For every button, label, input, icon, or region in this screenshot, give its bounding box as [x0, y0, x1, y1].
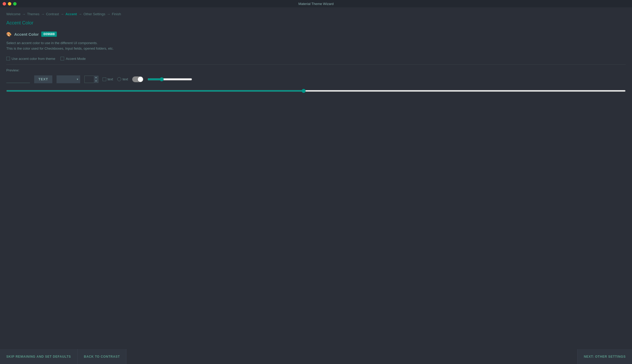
- preview-controls: TEXT 0 ▲ ▼ text text: [6, 75, 626, 83]
- accent-mode-checkbox[interactable]: [60, 57, 64, 60]
- main-slider[interactable]: [6, 90, 626, 92]
- main-slider-wrapper: [6, 89, 626, 92]
- close-button[interactable]: [3, 2, 6, 6]
- page-title: Accent Color: [6, 20, 626, 26]
- preview-radio-text: text: [123, 77, 128, 81]
- accent-mode-text: Accent Mode: [66, 57, 86, 61]
- use-accent-label[interactable]: Use accent color from theme: [6, 57, 55, 61]
- breadcrumb-contrast[interactable]: Contrast: [46, 12, 59, 16]
- preview-dropdown-wrapper: [57, 75, 80, 83]
- spinner-up[interactable]: ▲: [94, 76, 98, 79]
- accent-color-badge[interactable]: 009688: [41, 32, 57, 37]
- breadcrumb: Welcome → Themes → Contrast → Accent → O…: [6, 12, 626, 16]
- footer: SKIP REMAINING AND SET DEFAULTS BACK TO …: [0, 349, 632, 364]
- preview-mini-slider[interactable]: [147, 77, 192, 81]
- skip-button[interactable]: SKIP REMAINING AND SET DEFAULTS: [0, 349, 78, 364]
- description-line2: This is the color used for Checkboxes, I…: [6, 46, 626, 51]
- traffic-lights: [3, 2, 17, 6]
- breadcrumb-welcome[interactable]: Welcome: [6, 12, 21, 16]
- use-accent-checkbox[interactable]: [6, 57, 10, 60]
- preview-spinner: 0 ▲ ▼: [84, 76, 98, 83]
- breadcrumb-finish[interactable]: Finish: [112, 12, 121, 16]
- spinner-arrows: ▲ ▼: [94, 76, 98, 83]
- breadcrumb-accent[interactable]: Accent: [65, 12, 77, 16]
- use-accent-text: Use accent color from theme: [12, 57, 55, 61]
- maximize-button[interactable]: [13, 2, 17, 6]
- preview-radio-label[interactable]: text: [117, 77, 128, 81]
- breadcrumb-arrow-2: →: [41, 12, 44, 16]
- preview-label: Preview:: [6, 68, 626, 72]
- footer-spacer: [126, 349, 577, 364]
- breadcrumb-arrow-1: →: [22, 12, 26, 16]
- description-line1: Select an accent color to use in the dif…: [6, 40, 626, 46]
- section-divider: [6, 64, 626, 65]
- title-bar: Material Theme Wizard: [0, 0, 632, 7]
- preview-text-button[interactable]: TEXT: [34, 75, 52, 83]
- next-button[interactable]: NEXT: OTHER SETTINGS: [577, 349, 632, 364]
- accent-color-label: Accent Color: [14, 32, 39, 37]
- breadcrumb-themes[interactable]: Themes: [27, 12, 39, 16]
- preview-checkbox-text: text: [108, 77, 113, 81]
- breadcrumb-arrow-5: →: [107, 12, 110, 16]
- preview-text-input[interactable]: [6, 76, 30, 83]
- spinner-input[interactable]: 0: [85, 77, 94, 81]
- preview-checkbox-label[interactable]: text: [103, 77, 113, 81]
- accent-mode-label[interactable]: Accent Mode: [60, 57, 86, 61]
- checkboxes-row: Use accent color from theme Accent Mode: [6, 57, 626, 61]
- preview-toggle[interactable]: [132, 76, 143, 82]
- main-content: Welcome → Themes → Contrast → Accent → O…: [0, 7, 632, 349]
- breadcrumb-other-settings[interactable]: Other Settings: [83, 12, 105, 16]
- palette-icon: 🎨: [6, 32, 12, 37]
- back-button[interactable]: BACK TO CONTRAST: [78, 349, 126, 364]
- window-title: Material Theme Wizard: [298, 2, 334, 6]
- toggle-thumb: [138, 77, 143, 82]
- minimize-button[interactable]: [8, 2, 11, 6]
- preview-radio[interactable]: [117, 77, 121, 81]
- preview-checkbox[interactable]: [103, 77, 106, 81]
- description: Select an accent color to use in the dif…: [6, 40, 626, 51]
- breadcrumb-arrow-4: →: [78, 12, 82, 16]
- spinner-down[interactable]: ▼: [94, 79, 98, 83]
- preview-dropdown[interactable]: [57, 75, 80, 83]
- breadcrumb-arrow-3: →: [60, 12, 64, 16]
- accent-color-row: 🎨 Accent Color 009688: [6, 32, 626, 37]
